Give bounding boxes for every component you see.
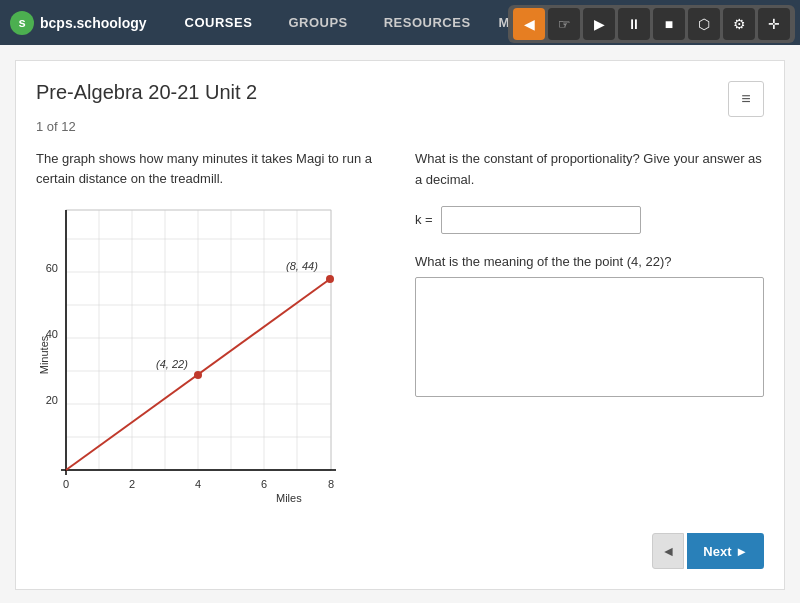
k-label: k = [415,212,433,227]
nav-buttons: ◄ Next ► [652,533,764,569]
graph-description: The graph shows how many minutes it take… [36,149,385,188]
k-input[interactable] [441,206,641,234]
prev-button[interactable]: ◄ [652,533,684,569]
brand-logo: s bcps.schoology [10,11,147,35]
graph-svg: 0 2 4 6 8 20 40 60 Minutes Miles [36,200,346,510]
toolbar-settings-btn[interactable]: ⚙ [723,8,755,40]
toolbar-move-btn[interactable]: ✛ [758,8,790,40]
brand-icon: s [10,11,34,35]
nav-links: COURSES GROUPS RESOURCES MORE ⋮ [167,0,564,45]
svg-text:8: 8 [328,478,334,490]
svg-text:60: 60 [46,262,58,274]
question-counter: 1 of 12 [36,119,764,134]
main-content: Pre-Algebra 20-21 Unit 2 1 of 12 ≡ The g… [15,60,785,590]
svg-text:(4, 22): (4, 22) [156,358,188,370]
svg-text:0: 0 [63,478,69,490]
svg-text:(8, 44): (8, 44) [286,260,318,272]
toolbar-stop-btn[interactable]: ■ [653,8,685,40]
k-input-row: k = [415,206,764,234]
toolbar-overlay: ◀ ☞ ▶ ⏸ ■ ⬡ ⚙ ✛ [508,5,795,43]
navbar: s bcps.schoology COURSES GROUPS RESOURCE… [0,0,800,45]
nav-resources[interactable]: RESOURCES [366,0,489,45]
brand-name: bcps.schoology [40,15,147,31]
toolbar-pause-btn[interactable]: ⏸ [618,8,650,40]
svg-text:4: 4 [195,478,201,490]
graph-container: 0 2 4 6 8 20 40 60 Minutes Miles [36,200,346,510]
meaning-question: What is the meaning of the the point (4,… [415,254,764,269]
svg-text:Minutes: Minutes [38,335,50,374]
svg-point-32 [194,371,202,379]
question-text-1: What is the constant of proportionality?… [415,149,764,191]
right-panel: What is the constant of proportionality?… [405,149,764,510]
toolbar-view-btn[interactable]: ⬡ [688,8,720,40]
toolbar-play-btn[interactable]: ▶ [583,8,615,40]
svg-point-34 [326,275,334,283]
svg-text:Miles: Miles [276,492,302,504]
meaning-textarea[interactable] [415,277,764,397]
toolbar-hand-btn[interactable]: ☞ [548,8,580,40]
svg-text:20: 20 [46,394,58,406]
list-icon-button[interactable]: ≡ [728,81,764,117]
svg-rect-0 [66,210,331,470]
nav-courses[interactable]: COURSES [167,0,271,45]
svg-text:2: 2 [129,478,135,490]
svg-text:6: 6 [261,478,267,490]
left-panel: The graph shows how many minutes it take… [36,149,385,510]
question-area: The graph shows how many minutes it take… [36,149,764,510]
nav-groups[interactable]: GROUPS [270,0,365,45]
toolbar-back-btn[interactable]: ◀ [513,8,545,40]
next-button-label: Next ► [703,544,748,559]
page-title: Pre-Algebra 20-21 Unit 2 [36,81,764,104]
next-button[interactable]: Next ► [687,533,764,569]
